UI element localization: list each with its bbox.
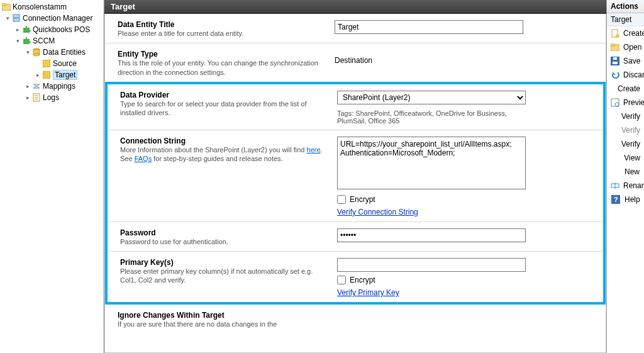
action-discard[interactable]: Discard bbox=[607, 68, 644, 82]
data-entity-input[interactable] bbox=[335, 20, 523, 34]
blank-icon bbox=[611, 153, 620, 163]
action-verify3[interactable]: Verify bbox=[607, 137, 644, 151]
preview-icon bbox=[611, 98, 619, 108]
new-doc-icon bbox=[611, 28, 619, 38]
action-view[interactable]: View bbox=[607, 151, 644, 165]
verify-connstr-link[interactable]: Verify Connection String bbox=[337, 208, 418, 216]
tree-target-label: Target bbox=[53, 70, 77, 80]
action-help[interactable]: ? Help bbox=[607, 193, 644, 206]
section-data-provider: Data Provider Type to search for or sele… bbox=[108, 84, 603, 130]
action-preview[interactable]: Preview bbox=[607, 96, 644, 109]
primary-key-input[interactable] bbox=[337, 258, 526, 272]
blank-icon bbox=[611, 125, 618, 135]
rename-icon bbox=[611, 181, 619, 191]
blank-icon bbox=[611, 111, 618, 121]
ignore-changes-desc: If you are sure that there are no data c… bbox=[118, 320, 322, 328]
faqs-link[interactable]: FAQs bbox=[135, 155, 152, 162]
item-yellow-icon bbox=[42, 59, 52, 69]
expander-icon[interactable]: ▾ bbox=[14, 37, 21, 45]
action-verify1[interactable]: Verify bbox=[607, 109, 644, 123]
here-link[interactable]: here bbox=[307, 146, 321, 154]
action-open[interactable]: Open bbox=[607, 40, 644, 54]
action-create2[interactable]: Create bbox=[607, 82, 644, 96]
section-password: Password Password to use for authenticat… bbox=[108, 221, 603, 251]
tree-data-entities[interactable]: ▾ Data Entities bbox=[0, 47, 103, 58]
tree-conn-mgr[interactable]: ▾ Connection Manager bbox=[0, 13, 103, 24]
tree-source[interactable]: Source bbox=[0, 58, 103, 69]
center-header: Target bbox=[104, 0, 606, 14]
encrypt-pk-checkbox[interactable] bbox=[337, 276, 346, 284]
data-provider-select[interactable]: SharePoint (Layer2) bbox=[337, 91, 526, 104]
logs-icon bbox=[31, 92, 42, 103]
tree-qb[interactable]: ▸ Quickbooks POS bbox=[0, 24, 103, 35]
tree-source-label: Source bbox=[53, 59, 77, 68]
tree-logs[interactable]: ▸ Logs bbox=[0, 92, 103, 103]
verify-pk-link[interactable]: Verify Primary Key bbox=[337, 288, 399, 297]
svg-rect-19 bbox=[613, 57, 617, 60]
encrypt-connstr-label: Encrypt bbox=[350, 195, 375, 204]
tree-logs-label: Logs bbox=[43, 93, 59, 102]
svg-point-14 bbox=[616, 34, 619, 38]
conn-string-textarea[interactable] bbox=[337, 137, 526, 189]
tree-mappings[interactable]: ▸ Mappings bbox=[0, 81, 103, 92]
conn-string-title: Connection String bbox=[120, 137, 325, 145]
section-primary-key: Primary Key(s) Please enter primary key … bbox=[108, 251, 603, 302]
section-data-entity: Data Entity Title Please enter a title f… bbox=[105, 14, 606, 43]
puzzle-green-icon bbox=[21, 25, 31, 35]
encrypt-connstr-checkbox[interactable] bbox=[337, 195, 346, 204]
tree-sccm[interactable]: ▾ SCCM bbox=[0, 35, 103, 47]
data-provider-tags: Tags: SharePoint, Officeatwork, OneDrive… bbox=[337, 109, 526, 125]
entity-type-value: Destination bbox=[335, 56, 372, 65]
tree-conn-mgr-label: Connection Manager bbox=[23, 14, 92, 23]
puzzle-green-icon bbox=[21, 36, 31, 46]
tree-root[interactable]: Konsolenstamm bbox=[0, 1, 103, 13]
open-folder-icon bbox=[611, 42, 619, 52]
blank-icon bbox=[611, 84, 614, 94]
action-create-new[interactable]: Create bbox=[607, 26, 644, 40]
section-entity-type: Entity Type This is the role of your ent… bbox=[105, 43, 606, 82]
svg-rect-16 bbox=[611, 43, 614, 46]
action-save[interactable]: Save bbox=[607, 54, 644, 68]
actions-header: Actions bbox=[607, 0, 644, 13]
item-yellow-icon bbox=[42, 70, 52, 80]
data-provider-desc: Type to search for or select your data p… bbox=[120, 99, 325, 118]
mappings-icon bbox=[31, 81, 42, 91]
expander-icon[interactable]: ▾ bbox=[4, 14, 11, 22]
tree-root-label: Konsolenstamm bbox=[13, 3, 67, 11]
action-verify2[interactable]: Verify bbox=[607, 123, 644, 137]
tree-mappings-label: Mappings bbox=[43, 82, 75, 91]
blank-icon bbox=[611, 139, 618, 149]
actions-panel: Actions Target Create Open Save Discard … bbox=[606, 0, 644, 353]
save-disk-icon bbox=[611, 56, 619, 66]
expander-icon[interactable]: ▸ bbox=[24, 94, 31, 101]
undo-icon bbox=[611, 70, 619, 80]
highlight-box: Data Provider Type to search for or sele… bbox=[105, 82, 606, 305]
ignore-changes-title: Ignore Changes Within Target bbox=[118, 311, 322, 320]
tree-target[interactable]: ▸ Target bbox=[0, 69, 103, 81]
password-title: Password bbox=[120, 228, 325, 237]
expander-icon[interactable]: ▸ bbox=[24, 82, 31, 90]
expander-icon[interactable]: ▾ bbox=[24, 48, 31, 56]
expander-icon[interactable]: ▸ bbox=[14, 26, 21, 33]
tree-de-label: Data Entities bbox=[43, 48, 86, 57]
entity-type-title: Entity Type bbox=[118, 50, 322, 59]
section-conn-string: Connection String More Information about… bbox=[108, 130, 603, 221]
data-entity-title: Data Entity Title bbox=[118, 20, 322, 29]
conn-string-desc: More Information about the SharePoint (L… bbox=[120, 145, 325, 164]
action-rename[interactable]: Rename bbox=[607, 179, 644, 193]
encrypt-pk-label: Encrypt bbox=[350, 276, 375, 284]
tree-sccm-label: SCCM bbox=[33, 36, 55, 45]
svg-rect-2 bbox=[13, 14, 19, 18]
action-new[interactable]: New bbox=[607, 165, 644, 179]
actions-sub: Target bbox=[607, 13, 644, 26]
folder-icon bbox=[1, 2, 11, 12]
tree-panel: Konsolenstamm ▾ Connection Manager ▸ Qui… bbox=[0, 0, 104, 353]
password-input[interactable] bbox=[337, 228, 526, 242]
expander-icon[interactable]: ▸ bbox=[34, 71, 42, 79]
svg-rect-1 bbox=[2, 3, 6, 6]
help-icon: ? bbox=[611, 194, 621, 205]
svg-rect-7 bbox=[43, 60, 50, 67]
svg-point-6 bbox=[33, 53, 40, 56]
section-ignore-changes: Ignore Changes Within Target If you are … bbox=[105, 305, 606, 328]
form-scroll: Data Entity Title Please enter a title f… bbox=[104, 14, 606, 353]
